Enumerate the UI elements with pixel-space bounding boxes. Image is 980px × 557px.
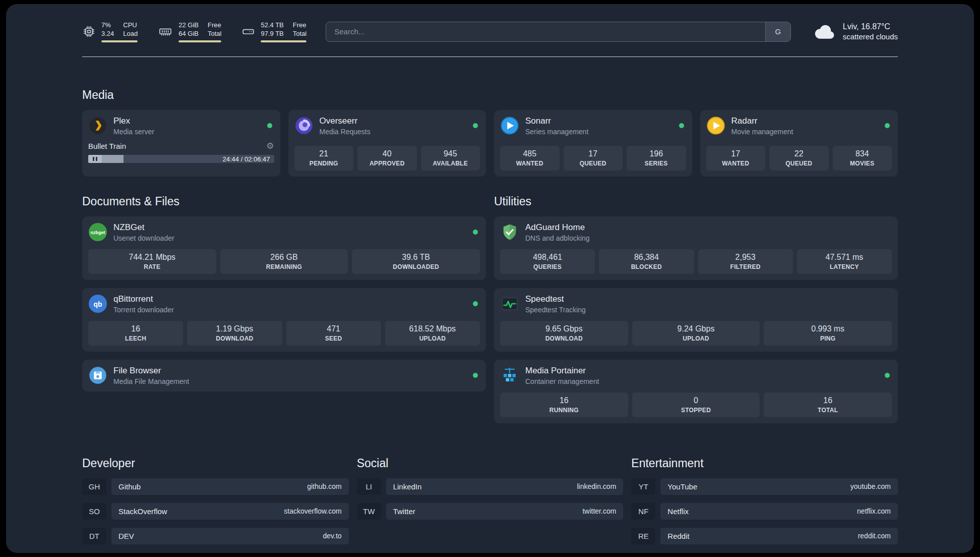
bookmark-abbr: TW <box>357 503 381 520</box>
stat-tile: 40 APPROVED <box>357 146 417 171</box>
stat-label: REMAINING <box>224 263 344 270</box>
section-title-social: Social <box>357 457 624 470</box>
pause-button[interactable] <box>88 155 102 163</box>
service-card-qbittorrent[interactable]: qb qBittorrent Torrent downloader 16 <box>82 288 486 352</box>
speedtest-icon <box>500 294 519 313</box>
service-name: Sonarr <box>525 116 588 126</box>
bookmark-linkedin[interactable]: LI LinkedIn linkedin.com <box>357 478 624 495</box>
gear-icon[interactable]: ⚙ <box>266 142 274 150</box>
svg-text:qb: qb <box>93 300 102 308</box>
service-card-portainer[interactable]: Media Portainer Container management 16 … <box>494 360 898 423</box>
stat-tile: 0 STOPPED <box>632 393 760 417</box>
service-card-filebrowser[interactable]: File Browser Media File Management <box>82 360 486 392</box>
stat-label: LATENCY <box>801 263 888 270</box>
bookmark-domain: github.com <box>307 482 341 490</box>
stat-label: UPLOAD <box>636 335 756 342</box>
stat-value: 498,461 <box>504 253 591 262</box>
cpu-usage-bar <box>101 40 138 42</box>
service-name: Media Portainer <box>525 366 599 376</box>
bookmark-youtube[interactable]: YT YouTube youtube.com <box>631 478 898 495</box>
service-card-speedtest[interactable]: Speedtest Speedtest Tracking 9.65 Gbps D… <box>494 288 898 352</box>
bookmark-twitter[interactable]: TW Twitter twitter.com <box>357 503 624 520</box>
bookmark-name: StackOverflow <box>118 507 167 516</box>
service-description: Media File Management <box>113 377 189 385</box>
service-card-overseerr[interactable]: Overseerr Media Requests 21 PENDING 40 A… <box>288 110 486 177</box>
portainer-icon <box>500 366 519 385</box>
service-card-nzbget[interactable]: nzbget NZBGet Usenet downloader 744.21 M… <box>82 216 486 280</box>
stat-tile: 21 PENDING <box>294 146 354 171</box>
playback-progress-bar[interactable]: 24:44 / 02:06:47 <box>88 155 274 163</box>
stat-tile: 2,953 FILTERED <box>698 249 793 274</box>
cpu-icon <box>82 25 96 38</box>
stat-label: BLOCKED <box>603 263 690 270</box>
bookmark-abbr: RE <box>631 528 655 544</box>
service-card-plex[interactable]: Plex Media server Bullet Train ⚙ 24:44 /… <box>82 110 280 177</box>
bookmark-stackoverflow[interactable]: SO StackOverflow stackoverflow.com <box>82 503 349 520</box>
service-card-adguard[interactable]: AdGuard Home DNS and adblocking 498,461 … <box>494 216 898 280</box>
stat-value: 471 <box>290 324 377 333</box>
service-name: qBittorrent <box>113 294 174 304</box>
stat-tile: 47.571 ms LATENCY <box>797 249 892 274</box>
resource-widgets: 7% CPU 3.24 Load 22 GiB <box>82 21 307 42</box>
stat-value: 39.6 TB <box>356 253 476 262</box>
section-title-entertainment: Entertainment <box>631 457 898 470</box>
stat-label: RATE <box>92 263 212 270</box>
stat-tile: 16 TOTAL <box>764 393 892 417</box>
bookmark-abbr: LI <box>357 478 381 495</box>
bookmark-dev[interactable]: DT DEV dev.to <box>82 528 349 544</box>
stat-value: 16 <box>768 396 888 405</box>
stat-label: WANTED <box>504 160 556 167</box>
status-dot-online <box>473 301 478 306</box>
bookmark-name: DEV <box>118 532 134 540</box>
section-title-documents: Documents & Files <box>82 195 486 208</box>
cpu-load: 3.24 <box>101 30 114 38</box>
stat-value: 16 <box>92 324 179 333</box>
weather-widget: Lviv, 16.87°C scattered clouds <box>814 22 898 41</box>
bookmark-reddit[interactable]: RE Reddit reddit.com <box>631 528 898 544</box>
radarr-icon <box>706 116 725 135</box>
bookmark-domain: twitter.com <box>582 507 616 515</box>
stat-label: PING <box>768 335 888 342</box>
status-dot-online <box>885 373 890 378</box>
service-description: Speedtest Tracking <box>525 306 586 314</box>
bookmark-github[interactable]: GH Github github.com <box>82 478 349 495</box>
stat-tile: 498,461 QUERIES <box>500 249 595 274</box>
plex-icon <box>88 116 107 135</box>
stat-value: 744.21 Mbps <box>92 253 212 262</box>
service-card-sonarr[interactable]: Sonarr Series management 485 WANTED 17 Q… <box>494 110 692 177</box>
stat-value: 485 <box>504 149 556 158</box>
disk-free: 52.4 TB <box>261 21 283 30</box>
search-provider-button[interactable]: G <box>765 22 790 41</box>
stat-label: DOWNLOADED <box>356 263 476 270</box>
service-card-radarr[interactable]: Radarr Movie management 17 WANTED 22 QUE… <box>700 110 898 177</box>
service-description: Series management <box>525 128 588 136</box>
service-description: DNS and adblocking <box>525 234 590 242</box>
status-dot-online <box>679 123 684 128</box>
stat-value: 1.19 Gbps <box>191 324 278 333</box>
bookmark-name: Twitter <box>393 507 415 516</box>
stat-label: AVAILABLE <box>425 160 476 167</box>
stat-tile: 16 RUNNING <box>500 393 628 417</box>
cpu-widget: 7% CPU 3.24 Load <box>82 21 138 42</box>
bookmark-domain: netflix.com <box>857 507 891 515</box>
stat-tile: 9.24 Gbps UPLOAD <box>632 321 760 346</box>
stat-label: WANTED <box>710 160 762 167</box>
cloud-icon <box>814 24 836 40</box>
now-playing-title: Bullet Train <box>88 142 126 150</box>
stat-label: LEECH <box>92 335 179 342</box>
bookmark-abbr: DT <box>82 528 106 544</box>
stat-tile: 22 QUEUED <box>769 146 829 171</box>
bookmark-abbr: GH <box>82 478 106 495</box>
bookmark-domain: linkedin.com <box>577 482 617 490</box>
stat-label: RUNNING <box>504 407 624 414</box>
search-input[interactable] <box>326 22 765 41</box>
section-media: Media Plex Media server <box>82 88 898 177</box>
stat-value: 0 <box>636 396 756 405</box>
section-developer: Developer GH Github github.com SO StackO… <box>82 457 349 544</box>
bookmark-domain: stackoverflow.com <box>284 507 341 515</box>
stat-value: 618.52 Mbps <box>389 324 476 333</box>
section-documents-files: Documents & Files nzbget NZBGet Usenet d… <box>82 195 486 392</box>
stat-value: 47.571 ms <box>801 253 888 262</box>
bookmark-netflix[interactable]: NF Netflix netflix.com <box>631 503 898 520</box>
memory-free: 22 GiB <box>178 21 199 30</box>
